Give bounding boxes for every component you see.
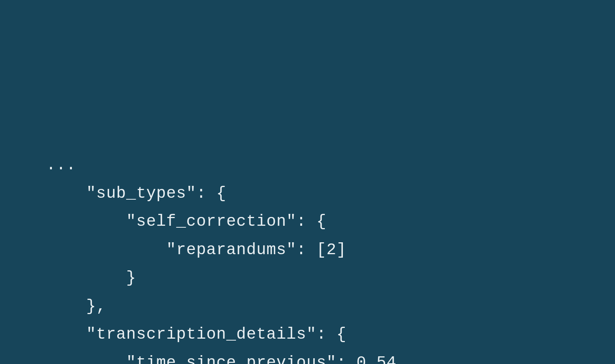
code-line-7: "time_since_previous": 0.54 (46, 354, 397, 364)
ellipsis-top: ... (46, 156, 76, 174)
code-line-6: "transcription_details": { (46, 325, 346, 344)
code-line-1: "sub_types": { (46, 184, 226, 203)
code-line-5: }, (46, 297, 106, 316)
code-line-2: "self_correction": { (46, 212, 326, 231)
code-line-3: "reparandums": [2] (46, 241, 346, 259)
code-snippet: ... "sub_types": { "self_correction": { … (46, 151, 569, 364)
code-line-4: } (46, 269, 136, 287)
